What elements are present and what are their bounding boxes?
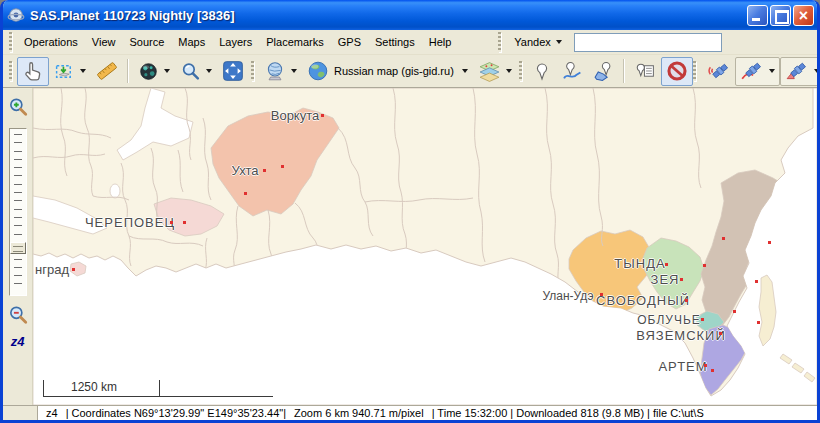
- map-label: АРТЕМ: [658, 359, 707, 374]
- add-polygon-button[interactable]: [588, 57, 619, 86]
- toolbar-grip-1[interactable]: [9, 61, 12, 81]
- menu-item-gps[interactable]: GPS: [331, 32, 368, 52]
- ruler-icon: [96, 60, 118, 82]
- zoom-level-label: z4: [11, 334, 25, 349]
- map-label: ВЯЗЕМСКИЙ: [636, 328, 726, 343]
- select-region-icon: [54, 61, 75, 82]
- layers-button[interactable]: [473, 57, 517, 86]
- map-source-label: Russian map (gis-gid.ru): [334, 65, 454, 77]
- scale-label: 1250 km: [71, 380, 117, 394]
- map-city-dot: [719, 332, 722, 335]
- status-info: | Time 15:32:00 | Downloaded 818 (9.8 MB…: [432, 407, 704, 419]
- map-city-dot: [757, 321, 760, 324]
- zoom-slider-handle[interactable]: [10, 242, 26, 254]
- placemark-manager-button[interactable]: [629, 57, 661, 86]
- map-city-dot: [701, 318, 704, 321]
- zoom-out-button[interactable]: [7, 304, 29, 326]
- menu-item-layers[interactable]: Layers: [212, 32, 259, 52]
- zoom-slider[interactable]: [9, 128, 27, 296]
- map-city-dot: [321, 114, 324, 117]
- map-city-dot: [281, 165, 284, 168]
- menu-item-help[interactable]: Help: [422, 32, 459, 52]
- map-label: Воркута: [271, 108, 320, 123]
- close-button[interactable]: [793, 5, 814, 26]
- gps-track-button[interactable]: [735, 57, 780, 86]
- map-city-dot: [755, 280, 758, 283]
- chevron-down-icon: [556, 40, 562, 44]
- menu-item-settings[interactable]: Settings: [368, 32, 422, 52]
- map-label: Улан-Удэ: [542, 289, 593, 303]
- globe-stand-icon: [264, 60, 286, 82]
- chevron-down-icon: [462, 69, 468, 73]
- projection-globe-button[interactable]: [259, 57, 302, 86]
- chevron-down-icon: [80, 69, 86, 73]
- satellite-marker-icon: [785, 60, 809, 82]
- title-bar[interactable]: SAS.Planet 110723 Nightly [3836]: [0, 0, 820, 30]
- menu-bar: OperationsViewSourceMapsLayersPlacemarks…: [3, 30, 817, 55]
- zoom-sidebar: z4: [3, 88, 33, 405]
- scale-bar: 1250 km: [43, 380, 273, 397]
- search-provider-dropdown[interactable]: Yandex: [508, 33, 568, 51]
- map-city-dot: [768, 241, 771, 244]
- layers-icon: [478, 61, 501, 82]
- chevron-down-icon: [206, 69, 212, 73]
- fullscreen-button[interactable]: [217, 57, 249, 86]
- toolbar-grip-3[interactable]: [519, 61, 522, 81]
- chevron-down-icon: [814, 69, 820, 73]
- add-placemark-button[interactable]: [527, 57, 557, 86]
- chevron-down-icon: [291, 69, 297, 73]
- map-label: СВОБОДНЫЙ: [596, 293, 690, 308]
- zoom-tool-button[interactable]: [175, 57, 217, 86]
- menu-item-placemarks[interactable]: Placemarks: [259, 32, 330, 52]
- minimize-button[interactable]: [747, 5, 768, 26]
- map-city-dot: [704, 364, 707, 367]
- search-input[interactable]: [574, 33, 722, 52]
- zoom-in-button[interactable]: [7, 96, 29, 118]
- main-toolbar: Russian map (gis-gid.ru): [3, 55, 817, 88]
- status-zoom: z4: [46, 407, 58, 419]
- ruler-tool-button[interactable]: [91, 57, 123, 86]
- selection-tool-button[interactable]: [49, 57, 91, 86]
- placemark-pin-icon: [532, 61, 552, 82]
- map-label: ОБЛУЧЬЕ: [637, 313, 701, 327]
- placemark-polygon-icon: [593, 61, 614, 82]
- map-city-dot: [685, 299, 688, 302]
- map-label: нград: [35, 262, 69, 277]
- map-label: ЧЕРЕПОВЕЦ: [85, 215, 175, 230]
- toolbar-grip-2[interactable]: [251, 61, 254, 81]
- map-source-dropdown[interactable]: Russian map (gis-gid.ru): [302, 57, 473, 86]
- magnifier-icon: [180, 61, 201, 82]
- dark-globe-button[interactable]: [133, 57, 175, 86]
- map-label: ЗЕЯ: [651, 272, 680, 287]
- map-city-dot: [665, 263, 668, 266]
- add-path-button[interactable]: [557, 57, 588, 86]
- menubar-grip[interactable]: [9, 32, 12, 52]
- map-city-dot: [711, 369, 714, 372]
- block-icon: [666, 60, 688, 82]
- menu-item-operations[interactable]: Operations: [17, 32, 85, 52]
- status-coordinates: | Coordinates N69°13'29.99" E149°35'23.4…: [66, 407, 286, 419]
- map-city-dot: [263, 169, 266, 172]
- chevron-down-icon: [506, 69, 512, 73]
- gps-connect-button[interactable]: [701, 57, 735, 86]
- maximize-button[interactable]: [770, 5, 791, 26]
- search-toolbar-grip[interactable]: [498, 32, 501, 52]
- hide-placemarks-button[interactable]: [661, 57, 693, 86]
- placemark-path-icon: [562, 61, 583, 82]
- map-city-dot: [680, 278, 683, 281]
- menu-item-maps[interactable]: Maps: [171, 32, 212, 52]
- map-city-dot: [183, 221, 186, 224]
- map-city-dot: [72, 268, 75, 271]
- pan-tool-button[interactable]: [17, 57, 49, 86]
- search-provider-label: Yandex: [514, 36, 551, 48]
- chevron-down-icon: [769, 69, 775, 73]
- menu-item-view[interactable]: View: [85, 32, 123, 52]
- status-bar: z4 | Coordinates N69°13'29.99" E149°35'2…: [3, 405, 817, 420]
- gps-position-button[interactable]: [780, 57, 820, 86]
- map-label: Ухта: [231, 163, 258, 178]
- satellite-signal-icon: [706, 60, 730, 82]
- menu-item-source[interactable]: Source: [122, 32, 171, 52]
- toolbar-grip-4[interactable]: [693, 61, 696, 81]
- earth-globe-icon: [307, 60, 329, 82]
- map-viewport[interactable]: ВоркутаУхтаЧЕРЕПОВЕЦнградУлан-УдэТЫНДАЗЕ…: [33, 88, 817, 405]
